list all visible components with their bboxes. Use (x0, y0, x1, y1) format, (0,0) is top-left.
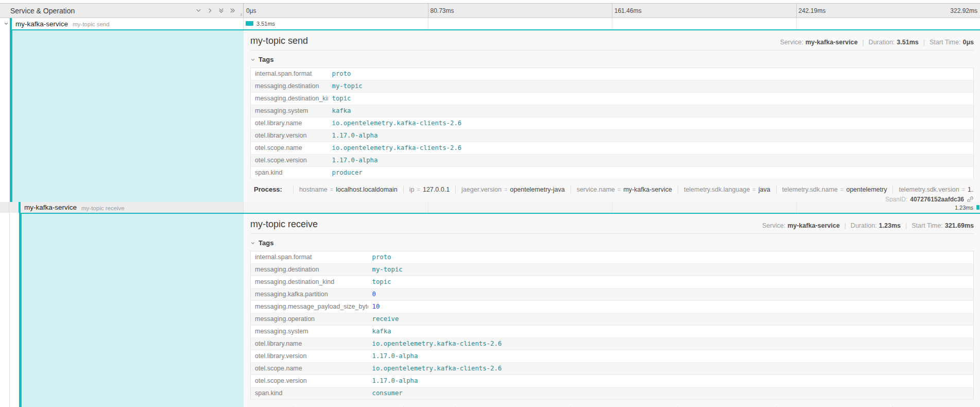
tags-table-receive: internal.span.format proto messaging.des… (250, 251, 974, 400)
tag-row: messaging.destination my-topic (251, 264, 974, 276)
tag-key: span.kind (251, 387, 368, 400)
separator: | (905, 222, 907, 229)
ruler-tick-0: 0μs (246, 4, 256, 18)
service-operation-column-header: Service & Operation ‖ (0, 4, 244, 18)
track-gridline (428, 202, 428, 213)
chevron-right-icon[interactable] (207, 7, 213, 14)
tag-key: messaging.kafka.partition (251, 289, 368, 301)
tag-value: kafka (328, 105, 974, 117)
start-time-label: Start Time: (912, 222, 942, 229)
chevron-down-icon (250, 57, 255, 62)
service-value: my-kafka-service (787, 222, 839, 229)
tag-key: messaging.destination (251, 80, 328, 93)
tag-value: io.opentelemetry.kafka-clients-2.6 (328, 117, 974, 130)
collapse-chevron-icon[interactable] (2, 21, 10, 26)
span-id-label: SpanID: (885, 196, 907, 202)
span-name-cell-receive[interactable]: my-kafka-service my-topic receive (0, 202, 244, 213)
detail-content-receive: my-topic receive Service:my-kafka-servic… (244, 214, 980, 407)
tags-section-toggle[interactable]: Tags (250, 56, 974, 63)
tag-row: otel.scope.name io.opentelemetry.kafka-c… (251, 363, 974, 375)
tags-section-toggle[interactable]: Tags (250, 239, 974, 247)
process-kv: telemetry.sdk.language=java (678, 186, 770, 193)
span-track-receive: 1.23ms (244, 202, 980, 213)
detail-inner: my-topic receive Service:my-kafka-servic… (19, 213, 980, 407)
span-bar-receive[interactable] (976, 205, 979, 210)
span-name-cell-send[interactable]: my-kafka-service my-topic send (0, 18, 244, 29)
tag-key: messaging.message_payload_size_bytes (251, 301, 368, 313)
tag-key: otel.scope.name (251, 142, 328, 155)
span-duration-label: 3.51ms (256, 18, 275, 29)
chevron-down-icon[interactable] (195, 7, 202, 14)
separator: | (862, 39, 864, 46)
process-section-toggle[interactable]: Process: hostname=localhost.localdomain … (250, 185, 974, 193)
double-chevron-down-icon[interactable] (218, 7, 225, 14)
span-track-send: 3.51ms (244, 18, 980, 29)
start-time-label: Start Time: (930, 39, 960, 46)
span-title: my-topic send (250, 36, 308, 46)
tag-key: internal.span.format (251, 68, 328, 80)
process-kv: hostname=localhost.localdomain (293, 186, 398, 193)
tag-value: topic (328, 93, 974, 105)
tag-row: otel.library.version 1.17.0-alpha (251, 130, 974, 142)
tags-section-label: Tags (259, 239, 273, 247)
chevron-down-icon (250, 241, 255, 246)
span-summary: Service:my-kafka-service | Duration:3.51… (780, 39, 974, 46)
tag-row: internal.span.format proto (251, 251, 974, 264)
span-id-value: 407276152aafdc36 (910, 196, 964, 202)
tag-row: otel.library.version 1.17.0-alpha (251, 350, 974, 363)
tag-value: my-topic (368, 264, 974, 276)
track-gridline (796, 202, 797, 213)
track-gridline (428, 18, 428, 29)
detail-header: my-topic send Service:my-kafka-service |… (250, 36, 974, 50)
process-kv: ip=127.0.0.1 (403, 186, 450, 193)
tag-row: messaging.destination my-topic (251, 80, 974, 93)
selected-span-gutter[interactable] (22, 214, 244, 407)
service-name: my-kafka-service (24, 204, 77, 211)
tag-key: messaging.operation (251, 313, 368, 326)
tag-value: kafka (368, 326, 974, 338)
tag-row: span.kind consumer (251, 387, 974, 400)
track-gridline (796, 18, 797, 29)
tag-row: messaging.operation receive (251, 313, 974, 326)
double-chevron-right-icon[interactable] (229, 7, 236, 14)
tag-key: internal.span.format (251, 251, 368, 264)
service-label: Service: (780, 39, 803, 46)
tag-key: messaging.system (251, 105, 328, 117)
process-kv: telemetry.sdk.version=1.17.0 (892, 186, 974, 193)
ruler-tick-1: 80.73ms (428, 4, 454, 18)
tag-key: otel.library.name (251, 117, 328, 130)
tag-row: messaging.destination_kind topic (251, 93, 974, 105)
span-bar-send[interactable] (246, 21, 253, 26)
operation-name: my-topic receive (81, 205, 125, 211)
duration-label: Duration: (851, 222, 877, 229)
service-label: Service: (762, 222, 785, 229)
tag-key: messaging.destination (251, 264, 368, 276)
tag-value: 0 (368, 289, 974, 301)
tag-key: otel.library.version (251, 350, 368, 363)
tag-row: otel.scope.version 1.17.0-alpha (251, 155, 974, 167)
ruler-tick-4: 322.92ms (950, 4, 977, 18)
service-value: my-kafka-service (805, 39, 857, 46)
tag-value: 1.17.0-alpha (368, 350, 974, 363)
column-resize-handle[interactable]: ‖ (240, 12, 242, 17)
tag-key: span.kind (251, 167, 328, 179)
tag-row: otel.library.name io.opentelemetry.kafka… (251, 117, 974, 130)
selected-span-gutter[interactable] (12, 30, 244, 202)
tag-value: consumer (368, 387, 974, 400)
duration-label: Duration: (869, 39, 895, 46)
tag-value: producer (328, 167, 974, 179)
separator: | (923, 39, 925, 46)
ruler-tick-3: 242.19ms (796, 4, 826, 18)
process-kv: service.name=my-kafka-service (571, 186, 672, 193)
tag-row: messaging.destination_kind topic (251, 276, 974, 289)
track-gridline (612, 18, 612, 29)
service-name: my-kafka-service (15, 20, 68, 28)
tag-row: messaging.kafka.partition 0 (251, 289, 974, 301)
tag-row: internal.span.format proto (251, 68, 974, 80)
timeline-ruler: 0μs 80.73ms 161.46ms 242.19ms 322.92ms (244, 4, 980, 18)
tag-row: messaging.system kafka (251, 105, 974, 117)
detail-indent-spacer (0, 29, 10, 202)
link-icon[interactable] (967, 196, 974, 202)
tag-value: my-topic (328, 80, 974, 93)
process-kv: telemetry.sdk.name=opentelemetry (776, 186, 887, 193)
